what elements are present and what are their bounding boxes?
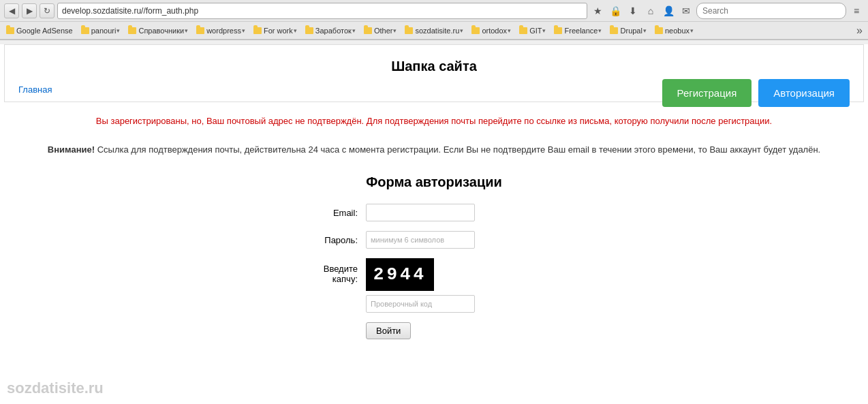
captcha-right: 2944	[366, 258, 475, 313]
password-row: Пароль:	[298, 231, 570, 249]
home-icon[interactable]: ⌂	[643, 3, 658, 18]
warning-message: Вы зарегистрированы, но, Ваш почтовый ад…	[0, 106, 868, 136]
folder-icon	[655, 27, 663, 34]
folder-icon	[405, 27, 413, 34]
bookmark-ortodox[interactable]: ortodox ▾	[468, 26, 514, 35]
lock-icon: 🔒	[608, 3, 623, 18]
captcha-input[interactable]	[366, 295, 475, 313]
password-field[interactable]	[366, 231, 475, 249]
site-header: Шапка сайта Главная Регистрация Авториза…	[4, 44, 864, 102]
profile-icon[interactable]: 👤	[661, 3, 676, 18]
folder-icon	[81, 27, 89, 34]
attention-text: Ссылка для подтверждения почты, действит…	[95, 144, 820, 155]
folder-icon	[471, 27, 480, 34]
address-bar[interactable]	[57, 3, 587, 19]
submit-button[interactable]: Войти	[366, 322, 411, 339]
folder-icon	[128, 27, 136, 34]
forward-button[interactable]: ▶	[22, 3, 37, 18]
folder-icon	[196, 27, 204, 34]
submit-row: Войти	[298, 322, 570, 339]
reload-button[interactable]: ↻	[40, 3, 55, 18]
nav-home-link[interactable]: Главная	[18, 84, 52, 95]
folder-icon	[6, 27, 14, 34]
bookmark-sozdatisite[interactable]: sozdatisite.ru ▾	[401, 26, 467, 35]
bookmark-other[interactable]: Other ▾	[360, 26, 401, 35]
folder-icon	[554, 27, 562, 34]
folder-icon	[519, 27, 527, 34]
bookmark-google-adsense[interactable]: Google AdSense	[3, 26, 76, 35]
download-icon[interactable]: ⬇	[625, 3, 640, 18]
folder-icon	[610, 27, 618, 34]
folder-icon	[364, 27, 372, 34]
bookmark-wordpress[interactable]: wordpress ▾	[193, 26, 249, 35]
bookmark-zarabotok[interactable]: Заработок ▾	[302, 26, 359, 35]
form-title: Форма авторизации	[366, 174, 502, 190]
bookmark-neobux[interactable]: neobux ▾	[651, 26, 697, 35]
auth-form: Email: Пароль: Введитекапчу: 2944 Войти	[298, 204, 570, 339]
captcha-image: 2944	[366, 258, 434, 291]
folder-icon	[253, 27, 262, 34]
menu-icon[interactable]: ≡	[849, 3, 864, 18]
bookmark-spravochniki[interactable]: Справочники ▾	[125, 26, 191, 35]
auth-form-section: Форма авторизации Email: Пароль: Введите…	[0, 168, 868, 360]
auth-button[interactable]: Авторизация	[758, 79, 850, 107]
bookmark-panouri[interactable]: panouri ▾	[78, 26, 124, 35]
register-button[interactable]: Регистрация	[662, 79, 752, 107]
email-field[interactable]	[366, 204, 475, 221]
captcha-row: Введитекапчу: 2944	[298, 258, 570, 313]
email-icon[interactable]: ✉	[679, 3, 694, 18]
captcha-label: Введитекапчу:	[298, 258, 366, 284]
site-watermark: sozdatisite.ru	[7, 379, 104, 397]
folder-icon	[305, 27, 313, 34]
email-row: Email:	[298, 204, 570, 221]
bookmark-for-work[interactable]: For work ▾	[250, 26, 300, 35]
attention-message: Внимание! Ссылка для подтверждения почты…	[0, 136, 868, 168]
bookmark-git[interactable]: GIT ▾	[516, 26, 549, 35]
attention-label: Внимание!	[48, 144, 95, 155]
email-label: Email:	[298, 208, 366, 218]
more-bookmarks-button[interactable]: »	[854, 25, 865, 37]
search-input[interactable]	[696, 3, 846, 19]
bookmarks-bar: Google AdSense panouri ▾ Справочники ▾ w…	[0, 22, 868, 40]
header-buttons: Регистрация Авторизация	[662, 79, 850, 107]
bookmark-drupal[interactable]: Drupal ▾	[606, 26, 649, 35]
bookmark-freelance[interactable]: Freelance ▾	[551, 26, 605, 35]
password-label: Пароль:	[298, 235, 366, 245]
back-button[interactable]: ◀	[4, 3, 19, 18]
bookmark-icon[interactable]: ★	[590, 3, 605, 18]
page-content: Шапка сайта Главная Регистрация Авториза…	[0, 44, 868, 404]
